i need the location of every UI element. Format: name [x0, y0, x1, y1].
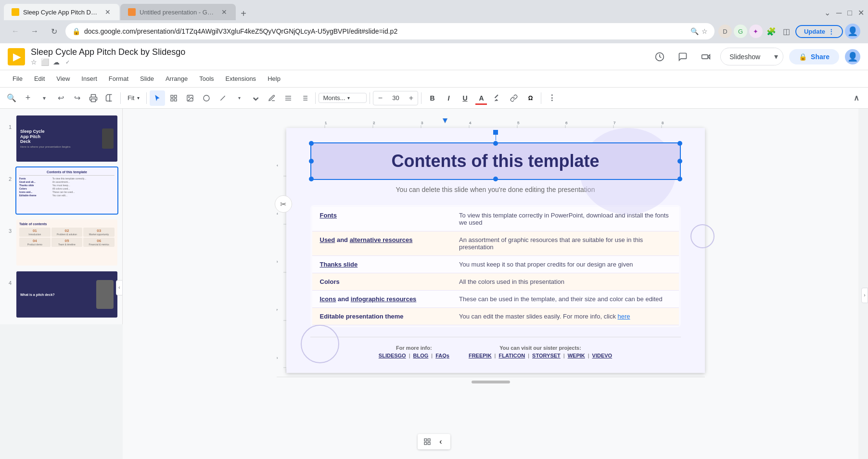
window-restore[interactable]: ─	[836, 9, 842, 17]
link-storyset[interactable]: STORYSET	[532, 353, 561, 358]
handle-top-center[interactable]	[493, 141, 498, 146]
bookmark-icon[interactable]: ☆	[702, 27, 708, 35]
back-button[interactable]: ←	[8, 24, 23, 39]
shape-tool[interactable]	[199, 90, 214, 106]
user-avatar-app[interactable]: 👤	[845, 49, 860, 64]
comment-icon[interactable]	[674, 48, 691, 65]
font-size-decrease[interactable]: −	[373, 91, 387, 105]
paint-format-btn[interactable]	[102, 90, 117, 106]
reload-button[interactable]: ↻	[46, 24, 62, 39]
highlight-button[interactable]	[490, 90, 505, 106]
address-bar[interactable]: 🔒 docs.google.com/presentation/d/1TZq4AW…	[65, 23, 715, 39]
handle-mid-left[interactable]	[309, 159, 314, 164]
here-link[interactable]: here	[618, 313, 630, 320]
paint-bucket[interactable]	[248, 90, 263, 106]
slide-thumb-4[interactable]: What is a pitch deck?	[15, 270, 118, 319]
menu-extensions[interactable]: Extensions	[221, 73, 261, 84]
pen-tool[interactable]	[264, 90, 280, 106]
collapse-panel-button[interactable]: ‹	[435, 436, 447, 447]
slide-item-1[interactable]: 1 Sleep CycleApp PitchDeck Here is where…	[0, 113, 122, 165]
link-videvo[interactable]: VIDEVO	[592, 353, 613, 358]
menu-file[interactable]: File	[8, 73, 27, 84]
search-icon[interactable]: 🔍	[690, 27, 699, 35]
window-maximize[interactable]: □	[847, 9, 852, 17]
menu-edit[interactable]: Edit	[29, 73, 50, 84]
align-btn[interactable]	[281, 90, 296, 106]
right-panel-collapse[interactable]: ›	[861, 288, 868, 303]
menu-insert[interactable]: Insert	[77, 73, 102, 84]
forward-button[interactable]: →	[27, 24, 42, 39]
profile-icon[interactable]: ◫	[780, 25, 793, 38]
add-btn[interactable]: +	[20, 90, 36, 106]
link-wepik[interactable]: WEPIK	[568, 353, 585, 358]
browser-tab-2[interactable]: Untitled presentation - Google Sl ✕	[120, 4, 236, 20]
user-avatar[interactable]: 👤	[845, 24, 860, 39]
link-blog[interactable]: BLOG	[413, 353, 429, 358]
line-dropdown[interactable]: ▾	[231, 90, 247, 106]
update-button[interactable]: Update ⋮	[795, 25, 843, 38]
extensions-icon[interactable]: 🧩	[765, 25, 778, 38]
slideshow-dropdown-arrow[interactable]: ▾	[769, 48, 783, 65]
select-tool[interactable]	[166, 90, 181, 106]
add-dropdown[interactable]: ▾	[37, 90, 52, 106]
extension-3[interactable]: ✦	[749, 25, 763, 38]
link-faqs[interactable]: FAQs	[435, 353, 449, 358]
menu-slide[interactable]: Slide	[135, 73, 159, 84]
window-close[interactable]: ✕	[858, 8, 864, 17]
slide-thumb-1[interactable]: Sleep CycleApp PitchDeck Here is where y…	[15, 115, 118, 163]
insert-special-char[interactable]: Ω	[523, 90, 538, 106]
print-btn[interactable]	[86, 90, 101, 106]
panel-collapse-button[interactable]: ‹	[116, 280, 123, 295]
menu-arrange[interactable]: Arrange	[161, 73, 192, 84]
meet-icon[interactable]	[697, 48, 715, 65]
scissors-icon[interactable]: ✂	[275, 195, 292, 213]
grid-view-button[interactable]	[421, 436, 433, 447]
slide-thumb-3[interactable]: Table of contents 01Introduction 02Probl…	[15, 218, 118, 267]
list-btn[interactable]	[297, 90, 312, 106]
link-flaticon[interactable]: FLATICON	[498, 353, 525, 358]
handle-top-left[interactable]	[309, 141, 314, 146]
version-history-icon[interactable]	[651, 48, 668, 65]
redo-btn[interactable]: ↪	[69, 90, 85, 106]
extension-1[interactable]: D	[718, 25, 732, 38]
text-color-button[interactable]: A	[473, 90, 489, 106]
slide-thumb-2[interactable]: Contents of this template FontsTo view t…	[15, 166, 118, 215]
slide-item-2[interactable]: 2 Contents of this template FontsTo view…	[0, 165, 122, 217]
cursor-tool[interactable]	[150, 90, 165, 106]
menu-format[interactable]: Format	[104, 73, 133, 84]
handle-bottom-left[interactable]	[309, 177, 314, 181]
search-tool-btn[interactable]: 🔍	[4, 90, 19, 106]
horizontal-scrollbar[interactable]	[277, 377, 705, 386]
browser-tab-1[interactable]: Sleep Cycle App Pitch Deck by Sl ✕	[4, 4, 119, 20]
image-tool[interactable]	[182, 90, 198, 106]
menu-help[interactable]: Help	[263, 73, 285, 84]
toolbar-collapse-button[interactable]: ∧	[849, 90, 864, 106]
italic-button[interactable]: I	[441, 90, 456, 106]
menu-view[interactable]: View	[51, 73, 75, 84]
new-tab-button[interactable]: +	[237, 7, 250, 20]
undo-btn[interactable]: ↩	[53, 90, 68, 106]
font-size-increase[interactable]: +	[404, 91, 418, 105]
link-button[interactable]	[506, 90, 522, 106]
link-freepik[interactable]: FREEPIK	[469, 353, 492, 358]
menu-tools[interactable]: Tools	[194, 73, 218, 84]
handle-mid-right[interactable]	[677, 159, 682, 164]
window-minimize[interactable]: ⌄	[824, 8, 830, 17]
zoom-selector[interactable]: Fit ▾	[124, 93, 143, 102]
scroll-thumb-h[interactable]	[472, 381, 510, 383]
slide-item-3[interactable]: 3 Table of contents 01Introduction 02Pro…	[0, 217, 122, 268]
more-options-button[interactable]: ⋮	[544, 90, 560, 106]
link-slidesgo[interactable]: SLIDESGO	[379, 353, 406, 358]
handle-bottom-center[interactable]	[493, 177, 498, 181]
slide-title-box[interactable]: Contents of this template	[310, 142, 681, 180]
share-button[interactable]: 🔒 Share	[789, 49, 839, 64]
handle-top-right[interactable]	[677, 141, 682, 146]
slide-canvas-2[interactable]: Contents of this template You can delete…	[286, 128, 705, 373]
star-icon[interactable]: ☆	[31, 58, 37, 66]
extension-2[interactable]: G	[734, 25, 747, 38]
font-size-input[interactable]	[387, 94, 404, 102]
folder-icon[interactable]: ⬜	[41, 58, 49, 66]
underline-button[interactable]: U	[457, 90, 472, 106]
tab2-close[interactable]: ✕	[220, 8, 228, 16]
cloud-icon[interactable]: ☁	[53, 58, 60, 66]
